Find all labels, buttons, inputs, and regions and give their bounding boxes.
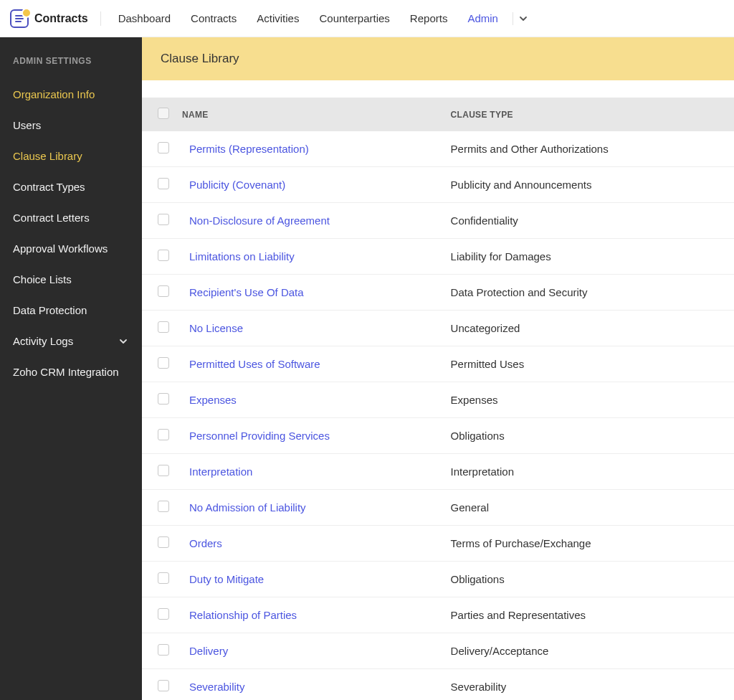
row-checkbox-cell <box>142 526 182 562</box>
row-checkbox[interactable] <box>158 142 169 153</box>
brand[interactable]: Contracts <box>10 9 101 28</box>
row-type-cell: Confidentiality <box>444 203 734 239</box>
table-row: OrdersTerms of Purchase/Exchange <box>142 526 734 562</box>
row-type-cell: Obligations <box>444 562 734 597</box>
col-header-checkbox <box>142 98 182 131</box>
row-checkbox-cell <box>142 418 182 454</box>
row-name-cell: No License <box>182 311 444 346</box>
row-checkbox[interactable] <box>158 608 169 620</box>
clause-link[interactable]: Permitted Uses of Software <box>189 358 320 370</box>
sidebar-item-choice-lists[interactable]: Choice Lists <box>0 264 142 295</box>
row-checkbox[interactable] <box>158 357 169 369</box>
clause-link[interactable]: Orders <box>189 537 222 549</box>
row-name-cell: Personnel Providing Services <box>182 418 444 454</box>
sidebar-item-label: Contract Letters <box>13 212 90 224</box>
row-type-cell: Interpretation <box>444 454 734 490</box>
sidebar-item-zoho-crm-integration[interactable]: Zoho CRM Integration <box>0 356 142 387</box>
row-checkbox-cell <box>142 597 182 633</box>
row-checkbox-cell <box>142 382 182 418</box>
sidebar-item-data-protection[interactable]: Data Protection <box>0 295 142 326</box>
clause-link[interactable]: Duty to Mitigate <box>189 573 264 585</box>
row-checkbox[interactable] <box>158 680 169 691</box>
clause-link[interactable]: No License <box>189 322 243 334</box>
row-name-cell: Severability <box>182 669 444 701</box>
row-checkbox[interactable] <box>158 572 169 584</box>
row-checkbox-cell <box>142 275 182 311</box>
clause-link[interactable]: Personnel Providing Services <box>189 430 330 442</box>
row-checkbox[interactable] <box>158 178 169 189</box>
row-type-cell: Permits and Other Authorizations <box>444 131 734 167</box>
row-checkbox-cell <box>142 562 182 597</box>
clause-link[interactable]: Relationship of Parties <box>189 609 297 621</box>
row-type-cell: Terms of Purchase/Exchange <box>444 526 734 562</box>
clause-link[interactable]: Recipient's Use Of Data <box>189 286 304 298</box>
row-name-cell: Relationship of Parties <box>182 597 444 633</box>
row-checkbox[interactable] <box>158 644 169 656</box>
sidebar-item-label: Contract Types <box>13 181 85 193</box>
table-row: Recipient's Use Of DataData Protection a… <box>142 275 734 311</box>
sidebar-item-contract-letters[interactable]: Contract Letters <box>0 202 142 233</box>
row-checkbox[interactable] <box>158 321 169 333</box>
row-checkbox[interactable] <box>158 465 169 476</box>
table-row: Permitted Uses of SoftwarePermitted Uses <box>142 346 734 382</box>
table-row: DeliveryDelivery/Acceptance <box>142 633 734 669</box>
sidebar-item-label: Activity Logs <box>13 335 73 347</box>
clause-link[interactable]: Non-Disclosure of Agreement <box>189 214 330 227</box>
row-name-cell: Permits (Representation) <box>182 131 444 167</box>
sidebar-item-approval-workflows[interactable]: Approval Workflows <box>0 233 142 264</box>
nav-more-chevron-icon[interactable] <box>518 13 529 24</box>
nav-link-admin[interactable]: Admin <box>457 6 508 30</box>
clause-link[interactable]: Severability <box>189 681 245 693</box>
row-checkbox[interactable] <box>158 214 169 225</box>
clause-link[interactable]: No Admission of Liability <box>189 501 306 514</box>
nav-link-counterparties[interactable]: Counterparties <box>309 6 399 30</box>
row-name-cell: Interpretation <box>182 454 444 490</box>
table-row: No LicenseUncategorized <box>142 311 734 346</box>
sidebar-item-contract-types[interactable]: Contract Types <box>0 171 142 202</box>
sidebar-item-label: Users <box>13 119 41 131</box>
table-row: Permits (Representation)Permits and Othe… <box>142 131 734 167</box>
row-checkbox[interactable] <box>158 285 169 297</box>
row-type-cell: General <box>444 490 734 526</box>
row-checkbox[interactable] <box>158 536 169 548</box>
row-checkbox-cell <box>142 454 182 490</box>
table-header-row: NAME CLAUSE TYPE <box>142 98 734 131</box>
clause-link[interactable]: Delivery <box>189 645 228 657</box>
row-checkbox[interactable] <box>158 429 169 440</box>
sidebar-item-clause-library[interactable]: Clause Library <box>0 141 142 171</box>
sidebar-item-users[interactable]: Users <box>0 110 142 141</box>
col-header-name[interactable]: NAME <box>182 98 444 131</box>
clause-link[interactable]: Permits (Representation) <box>189 143 309 155</box>
row-checkbox-cell <box>142 239 182 275</box>
row-type-cell: Data Protection and Security <box>444 275 734 311</box>
row-name-cell: Duty to Mitigate <box>182 562 444 597</box>
clause-link[interactable]: Expenses <box>189 394 237 406</box>
sidebar-item-label: Zoho CRM Integration <box>13 366 119 378</box>
sidebar-item-organization-info[interactable]: Organization Info <box>0 79 142 110</box>
admin-sidebar: ADMIN SETTINGS Organization InfoUsersCla… <box>0 37 142 700</box>
select-all-checkbox[interactable] <box>158 108 169 119</box>
nav-link-contracts[interactable]: Contracts <box>181 6 247 30</box>
row-checkbox[interactable] <box>158 501 169 512</box>
row-checkbox[interactable] <box>158 250 169 261</box>
table-row: No Admission of LiabilityGeneral <box>142 490 734 526</box>
row-checkbox-cell <box>142 167 182 203</box>
row-type-cell: Parties and Representatives <box>444 597 734 633</box>
row-name-cell: Delivery <box>182 633 444 669</box>
nav-link-reports[interactable]: Reports <box>400 6 458 30</box>
row-checkbox-cell <box>142 633 182 669</box>
row-name-cell: Expenses <box>182 382 444 418</box>
nav-link-dashboard[interactable]: Dashboard <box>108 6 181 30</box>
sidebar-item-activity-logs[interactable]: Activity Logs <box>0 326 142 356</box>
page-title: Clause Library <box>142 37 734 80</box>
row-type-cell: Uncategorized <box>444 311 734 346</box>
clause-link[interactable]: Interpretation <box>189 465 252 478</box>
sidebar-item-label: Choice Lists <box>13 273 72 285</box>
nav-link-activities[interactable]: Activities <box>247 6 309 30</box>
row-type-cell: Publicity and Announcements <box>444 167 734 203</box>
clause-link[interactable]: Publicity (Covenant) <box>189 179 285 191</box>
row-checkbox[interactable] <box>158 393 169 405</box>
clause-link[interactable]: Limitations on Liability <box>189 250 295 262</box>
brand-name: Contracts <box>34 12 88 25</box>
col-header-type[interactable]: CLAUSE TYPE <box>444 98 734 131</box>
